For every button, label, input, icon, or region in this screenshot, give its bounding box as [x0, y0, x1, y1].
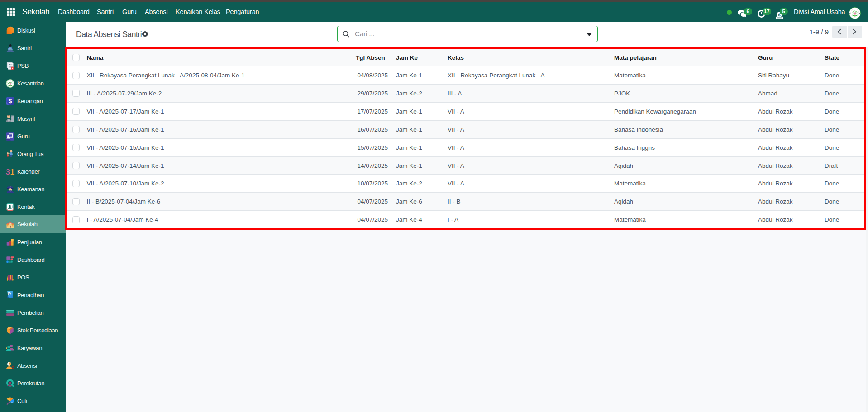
svg-text:3: 3: [5, 167, 10, 176]
svg-text:1: 1: [10, 167, 14, 176]
svg-text:$: $: [8, 292, 10, 296]
svg-text:$: $: [8, 98, 12, 104]
